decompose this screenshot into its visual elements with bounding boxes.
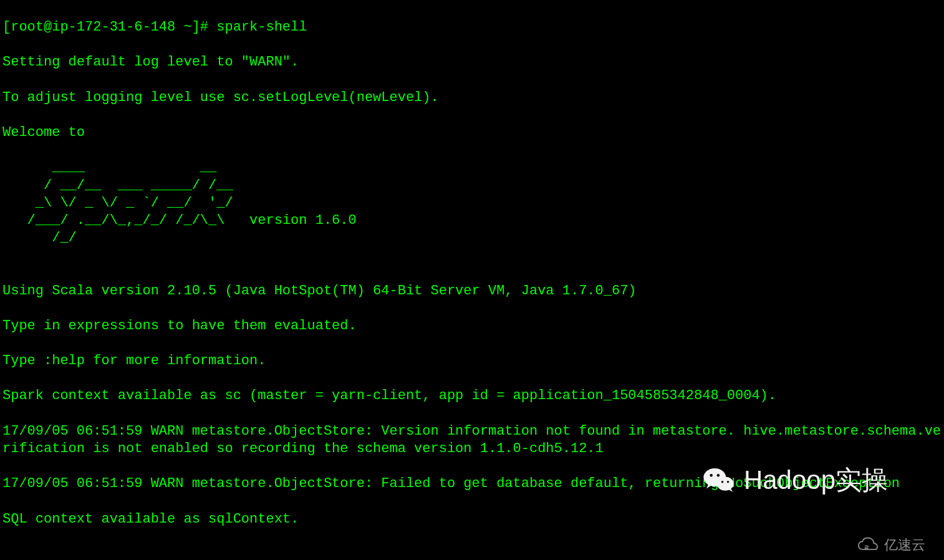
scala-version-line: Using Scala version 2.10.5 (Java HotSpot… <box>2 282 942 300</box>
type-help-line: Type :help for more information. <box>2 352 942 370</box>
svg-point-1 <box>710 474 712 476</box>
welcome-line: Welcome to <box>2 124 942 142</box>
svg-point-3 <box>717 476 734 490</box>
svg-point-5 <box>727 481 729 483</box>
spark-context-line: Spark context available as sc (master = … <box>2 387 942 405</box>
yisuyun-watermark: 亿速云 <box>857 536 925 554</box>
wechat-icon <box>701 463 736 498</box>
hadoop-watermark: Hadoop实操 <box>701 463 888 498</box>
prompt-command-line: [root@ip-172-31-6-148 ~]# spark-shell <box>2 19 942 36</box>
warn-metastore-line: 17/09/05 06:51:59 WARN metastore.ObjectS… <box>2 423 942 458</box>
cloud-icon <box>857 537 879 553</box>
log-adjust-line: To adjust logging level use sc.setLogLev… <box>2 89 942 107</box>
spark-ascii-art: ____ __ / __/__ ___ _____/ /__ _\ \/ _ \… <box>2 159 942 247</box>
log-level-line: Setting default log level to "WARN". <box>2 54 942 71</box>
svg-point-4 <box>721 481 723 483</box>
svg-point-2 <box>717 474 720 476</box>
sql-context-line: SQL context available as sqlContext. <box>2 511 942 528</box>
hadoop-watermark-text: Hadoop实操 <box>744 463 888 497</box>
type-expressions-line: Type in expressions to have them evaluat… <box>2 317 942 335</box>
yisuyun-watermark-text: 亿速云 <box>884 536 925 554</box>
